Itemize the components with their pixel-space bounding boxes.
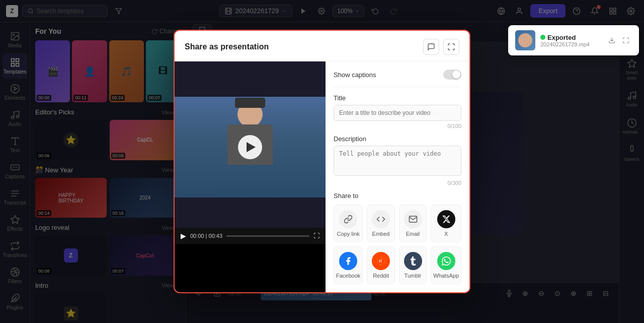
export-actions [606, 34, 632, 46]
embed-label: Embed [372, 231, 390, 237]
share-btn-whatsapp[interactable]: WhatsApp [431, 246, 461, 284]
video-bottom-bar [175, 198, 326, 228]
video-duration: 00:43 [209, 233, 223, 239]
export-status-dot [540, 35, 545, 40]
title-input[interactable] [334, 105, 461, 121]
modal-header: Share as presentation [175, 31, 469, 61]
video-main [175, 97, 326, 198]
export-info: Exported 202402261729.mp4 [540, 34, 601, 47]
description-char-count: 0/300 [334, 180, 461, 186]
title-char-count: 0/100 [334, 123, 461, 129]
person-hat [235, 98, 265, 108]
modal-title: Share as presentation [185, 42, 269, 51]
share-btn-embed[interactable]: Embed [367, 205, 394, 242]
expand-icon [622, 37, 629, 44]
share-btn-copy-link[interactable]: Copy link [334, 205, 363, 242]
email-icon [404, 210, 422, 228]
modal-body: ▶ 00:00 | 00:43 ⛶ Show captions [175, 61, 469, 292]
reddit-icon: r/ [372, 252, 390, 270]
svg-text:r/: r/ [379, 259, 382, 264]
x-icon [437, 210, 455, 228]
export-status-text: Exported [547, 34, 576, 41]
email-label: Email [406, 231, 420, 237]
share-btn-email[interactable]: Email [399, 205, 427, 242]
export-thumb-img [515, 30, 535, 50]
code-icon [372, 210, 390, 228]
tumblr-label: Tumblr [405, 273, 422, 279]
facebook-icon [339, 252, 357, 270]
video-person [175, 97, 326, 198]
video-play-icon[interactable]: ▶ [181, 232, 186, 240]
toggle-knob [452, 71, 460, 79]
captions-toggle[interactable] [443, 70, 461, 80]
tumblr-icon [404, 252, 422, 270]
share-modal: Share as presentation [174, 30, 470, 293]
share-grid: Copy link Embed [334, 205, 461, 284]
whatsapp-label: WhatsApp [433, 273, 459, 279]
current-time: 00:00 [190, 233, 204, 239]
export-notification: Exported 202402261729.mp4 [508, 25, 639, 55]
share-to-label: Share to [334, 192, 461, 200]
person-bg [175, 97, 326, 198]
video-fullscreen-icon[interactable]: ⛶ [313, 232, 319, 239]
export-filename: 202402261729.mp4 [540, 41, 601, 47]
link-icon [339, 210, 357, 228]
share-btn-x[interactable]: X [431, 205, 461, 242]
modal-video-section: ▶ 00:00 | 00:43 ⛶ [175, 61, 326, 292]
modal-header-actions [423, 39, 459, 55]
show-captions-label: Show captions [334, 71, 376, 79]
video-top-bar [175, 61, 326, 97]
description-textarea[interactable] [334, 146, 461, 176]
modal-comment-button[interactable] [423, 39, 439, 55]
facebook-label: Facebook [336, 273, 360, 279]
share-btn-facebook[interactable]: Facebook [334, 246, 363, 284]
comment-icon [427, 43, 435, 51]
export-person-head [518, 33, 532, 47]
download-icon [608, 37, 615, 44]
x-label: X [444, 231, 448, 237]
export-status: Exported [540, 34, 601, 41]
progress-bar[interactable] [226, 235, 309, 237]
copy-link-label: Copy link [337, 231, 360, 237]
modal-form-section: Show captions Title 0/100 Description 0/… [326, 61, 469, 292]
export-download-button[interactable] [606, 34, 618, 46]
share-btn-reddit[interactable]: r/ Reddit [367, 246, 394, 284]
modal-fullscreen-icon [447, 43, 455, 51]
video-controls: ▶ 00:00 | 00:43 ⛶ [175, 228, 326, 244]
title-label: Title [334, 94, 461, 102]
modal-fullscreen-button[interactable] [443, 39, 459, 55]
share-btn-tumblr[interactable]: Tumblr [399, 246, 427, 284]
play-button[interactable] [238, 135, 262, 159]
export-thumb [515, 30, 535, 50]
show-captions-row: Show captions [334, 70, 461, 87]
export-expand-button[interactable] [620, 34, 632, 46]
video-time: 00:00 | 00:43 [190, 233, 222, 239]
whatsapp-icon [437, 252, 455, 270]
description-label: Description [334, 135, 461, 143]
reddit-label: Reddit [373, 273, 389, 279]
